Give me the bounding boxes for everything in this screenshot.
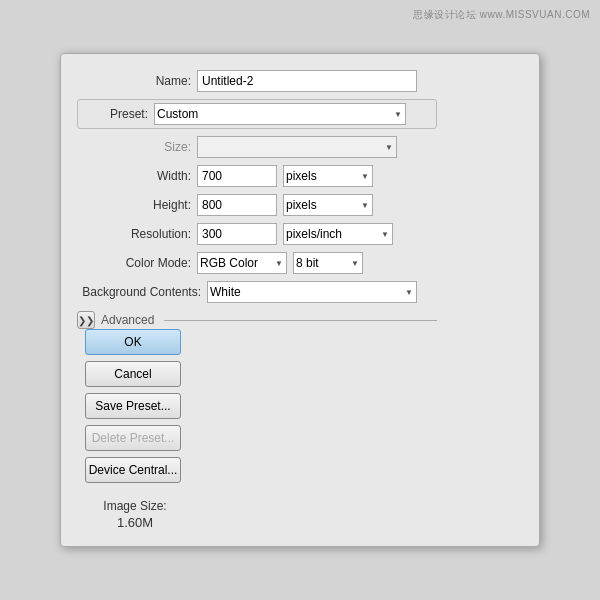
watermark-text: 思缘设计论坛 www.MISSVUAN.COM [413, 8, 590, 22]
cancel-button[interactable]: Cancel [85, 361, 181, 387]
name-label: Name: [77, 74, 197, 88]
size-select[interactable] [197, 136, 397, 158]
preset-select[interactable]: Custom [154, 103, 406, 125]
resolution-row: Resolution: pixels/inch pixels/cm [77, 223, 437, 245]
width-row: Width: pixels inches cm [77, 165, 437, 187]
height-input[interactable] [197, 194, 277, 216]
image-size-box: Image Size: 1.60M [85, 499, 185, 530]
preset-select-wrapper: Custom [154, 103, 406, 125]
size-row: Size: [77, 136, 437, 158]
name-input[interactable] [197, 70, 417, 92]
new-document-dialog: Name: Preset: Custom Size: [60, 53, 540, 547]
advanced-row: ❯❯ Advanced [77, 311, 437, 329]
advanced-label: Advanced [101, 313, 154, 327]
colormode-select-wrapper: RGB Color CMYK Color Grayscale [197, 252, 287, 274]
name-row: Name: [77, 70, 437, 92]
width-label: Width: [77, 169, 197, 183]
dialog-buttons: OK Cancel Save Preset... Delete Preset..… [85, 329, 185, 530]
bgcontents-select[interactable]: White Background Color Transparent [207, 281, 417, 303]
width-input[interactable] [197, 165, 277, 187]
height-unit-wrapper: pixels inches cm [277, 194, 373, 216]
image-size-label: Image Size: [85, 499, 185, 513]
colormode-row: Color Mode: RGB Color CMYK Color Graysca… [77, 252, 437, 274]
bgcontents-row: Background Contents: White Background Co… [77, 281, 437, 303]
ok-button[interactable]: OK [85, 329, 181, 355]
colormode-select[interactable]: RGB Color CMYK Color Grayscale [197, 252, 287, 274]
preset-row: Preset: Custom [77, 99, 437, 129]
height-row: Height: pixels inches cm [77, 194, 437, 216]
preset-label: Preset: [84, 107, 154, 121]
delete-preset-button[interactable]: Delete Preset... [85, 425, 181, 451]
save-preset-button[interactable]: Save Preset... [85, 393, 181, 419]
resolution-unit-select[interactable]: pixels/inch pixels/cm [283, 223, 393, 245]
bit-select[interactable]: 8 bit 16 bit 32 bit [293, 252, 363, 274]
colormode-label: Color Mode: [77, 256, 197, 270]
dialog-form: Name: Preset: Custom Size: [77, 70, 437, 329]
bit-select-wrapper: 8 bit 16 bit 32 bit [287, 252, 363, 274]
size-label: Size: [77, 140, 197, 154]
advanced-toggle[interactable]: ❯❯ [77, 311, 95, 329]
advanced-divider [164, 320, 437, 321]
device-central-button[interactable]: Device Central... [85, 457, 181, 483]
width-unit-wrapper: pixels inches cm [277, 165, 373, 187]
size-select-wrapper [197, 136, 397, 158]
image-size-value: 1.60M [85, 515, 185, 530]
width-unit-select[interactable]: pixels inches cm [283, 165, 373, 187]
resolution-label: Resolution: [77, 227, 197, 241]
height-label: Height: [77, 198, 197, 212]
height-unit-select[interactable]: pixels inches cm [283, 194, 373, 216]
resolution-unit-wrapper: pixels/inch pixels/cm [277, 223, 393, 245]
resolution-input[interactable] [197, 223, 277, 245]
bgcontents-select-wrapper: White Background Color Transparent [207, 281, 417, 303]
bgcontents-label: Background Contents: [77, 285, 207, 299]
